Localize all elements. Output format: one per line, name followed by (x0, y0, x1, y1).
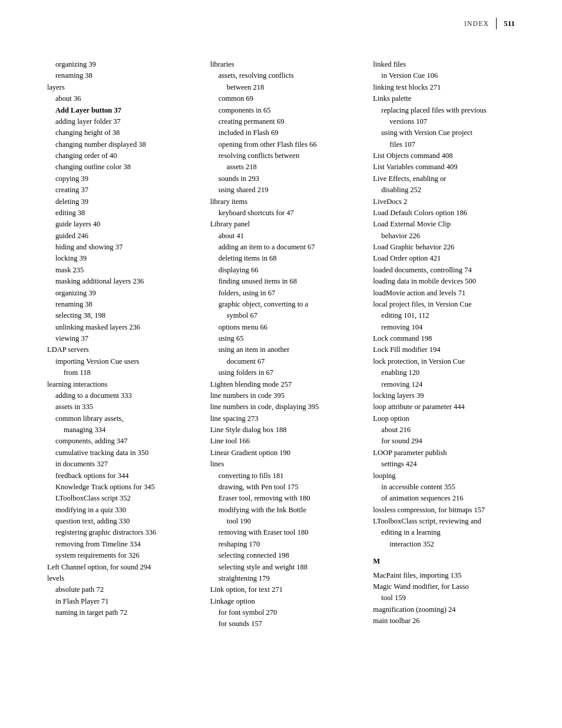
entry-text: organizing 39 (55, 289, 96, 297)
entry-text: drawing, with Pen tool 175 (219, 483, 299, 491)
entry-text: disabling 252 (381, 186, 421, 194)
entry-text: lossless compression, for bitmaps 157 (373, 506, 485, 514)
index-entry: looping (373, 470, 515, 482)
entry-text: linked files (373, 60, 406, 68)
entry-text: Load Default Colors option 186 (373, 209, 467, 217)
index-entry: displaying 66 (219, 265, 352, 276)
index-entry: Add Layer button 37 (55, 105, 189, 116)
entry-text: finding unused items in 68 (219, 277, 297, 285)
index-entry: reshaping 170 (219, 539, 352, 550)
index-entry: local project files, in Version Cue (373, 299, 515, 310)
index-entry: changing height of 38 (55, 127, 189, 139)
entry-text: line numbers in code 395 (210, 391, 285, 400)
entry-text: components in 65 (219, 106, 271, 114)
index-entry: assets in 335 (55, 401, 189, 413)
entry-text: locking layers 39 (373, 391, 424, 400)
index-entry: creating permanent 69 (219, 116, 352, 127)
entry-text: copying 39 (55, 174, 88, 183)
index-entry: adding to a document 333 (55, 390, 189, 401)
index-entry: adding layer folder 37 (55, 116, 189, 127)
column-2: librariesassets, resolving conflictsbetw… (200, 59, 363, 630)
page: INDEX 511 organizing 39renaming 38layers… (0, 0, 562, 728)
index-entry: lock protection, in Version Cue (373, 356, 515, 367)
index-entry: question text, adding 330 (55, 516, 189, 527)
entry-text: modifying in a quiz 330 (55, 506, 126, 514)
index-entry: removing 124 (381, 379, 515, 390)
index-entry: removing from Timeline 334 (55, 539, 189, 550)
index-entry: opening from other Flash files 66 (219, 139, 352, 150)
index-entry: keyboard shortcuts for 47 (219, 207, 352, 219)
entry-text: converting to fills 181 (219, 472, 284, 480)
entry-text: unlinking masked layers 236 (55, 323, 140, 331)
entry-text: Load External Movie Clip (373, 220, 451, 228)
index-entry: selecting style and weight 188 (219, 562, 352, 573)
index-entry: library items (210, 196, 352, 207)
entry-text: viewing 37 (55, 334, 88, 342)
entry-text: organizing 39 (55, 60, 96, 68)
entry-text: Lock Fill modifier 194 (373, 345, 440, 354)
index-entry: changing outline color 38 (55, 162, 189, 173)
entry-text: adding to a document 333 (55, 391, 132, 400)
index-entry: using folders in 67 (219, 367, 352, 378)
entry-text: about 41 (219, 232, 244, 240)
index-entry: deleting 39 (55, 196, 189, 207)
index-entry: removing 104 (381, 322, 515, 333)
entry-text: of animation sequences 216 (381, 494, 463, 502)
index-entry: changing order of 40 (55, 150, 189, 162)
entry-text: editing 101, 112 (381, 311, 429, 319)
index-entry: of animation sequences 216 (381, 493, 515, 504)
index-entry: learning interactions (47, 379, 189, 390)
entry-text: Left Channel option, for sound 294 (47, 563, 151, 571)
entry-text: tool 190 (227, 517, 251, 525)
index-entry: absolute path 72 (55, 584, 189, 595)
entry-text: managing 334 (64, 426, 105, 434)
index-entry: importing Version Cue users (55, 356, 189, 367)
index-entry: removing with Eraser tool 180 (219, 527, 352, 538)
index-entry: unlinking masked layers 236 (55, 322, 189, 333)
index-entry: copying 39 (55, 173, 189, 185)
index-entry: in documents 327 (55, 459, 189, 470)
index-entry: guided 246 (55, 230, 189, 242)
entry-text: Linear Gradient option 190 (210, 449, 290, 457)
entry-text: about 216 (381, 426, 411, 434)
index-entry: Load Default Colors option 186 (373, 207, 515, 219)
entry-text: settings 424 (381, 460, 416, 468)
index-entry: Knowledge Track options for 345 (55, 482, 189, 493)
index-entry: viewing 37 (55, 333, 189, 344)
index-entry: selecting connected 198 (219, 550, 352, 561)
index-entry: selecting 38, 198 (55, 310, 189, 321)
entry-text: guide layers 40 (55, 220, 100, 228)
entry-text: Load Order option 421 (373, 254, 441, 262)
index-entry: LToolboxClass script, reviewing and (373, 516, 515, 527)
index-entry: line numbers in code, displaying 395 (210, 401, 352, 413)
entry-text: guided 246 (55, 232, 88, 240)
index-entry: locking layers 39 (373, 390, 515, 401)
index-entry: enabling 120 (381, 367, 515, 378)
index-entry: common 69 (219, 93, 352, 104)
entry-text: Line tool 166 (210, 437, 250, 445)
entry-text: graphic object, converting to a (219, 300, 308, 308)
index-entry: M (373, 556, 515, 567)
entry-text: creating 37 (55, 186, 88, 194)
index-entry: versions 107 (389, 116, 515, 127)
index-entry: finding unused items in 68 (219, 276, 352, 287)
index-entry: Magic Wand modifier, for Lasso (373, 581, 515, 592)
content-columns: organizing 39renaming 38layersabout 36Ad… (47, 59, 515, 630)
index-entry: for sounds 157 (219, 618, 352, 630)
entry-text: changing order of 40 (55, 151, 117, 160)
entry-text: in documents 327 (55, 460, 108, 468)
entry-text: removing with Eraser tool 180 (219, 528, 309, 536)
entry-text: LToolboxClass script 352 (55, 494, 131, 502)
entry-text: cumulative tracking data in 350 (55, 449, 148, 457)
index-entry: editing 101, 112 (381, 310, 515, 321)
entry-text: List Objects command 408 (373, 151, 452, 160)
entry-text: using 65 (219, 334, 244, 342)
index-entry: document 67 (227, 356, 352, 367)
entry-text: enabling 120 (381, 368, 419, 377)
entry-text: changing height of 38 (55, 129, 120, 137)
index-entry: settings 424 (381, 459, 515, 470)
entry-text: from 118 (64, 368, 91, 377)
entry-text: selecting connected 198 (219, 551, 289, 559)
entry-text: Linkage option (210, 597, 255, 605)
entry-text: question text, adding 330 (55, 517, 130, 525)
